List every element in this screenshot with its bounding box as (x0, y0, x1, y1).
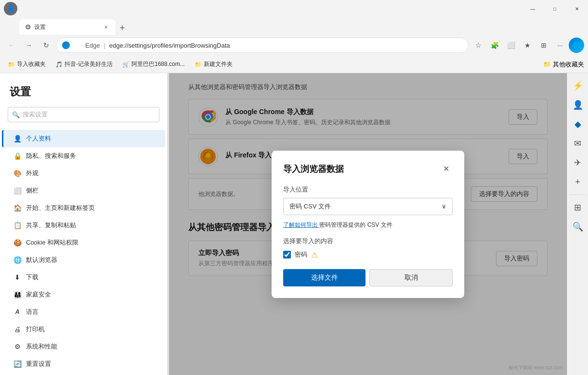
refresh-button[interactable]: ↻ (39, 38, 54, 53)
downloads-nav-icon: ⬇ (13, 273, 21, 281)
nav-item-sidebar[interactable]: ⬜ 侧栏 (2, 182, 165, 199)
address-input[interactable]: Edge | edge://settings/profiles/importBr… (56, 38, 469, 53)
nav-label-family: 家庭安全 (26, 290, 51, 299)
back-button[interactable]: ← (4, 38, 19, 53)
import-modal: 导入浏览器数据 ✕ 导入位置 密码 CSV 文件 ∨ 了解如何导出 密码管理器提… (272, 151, 464, 298)
toolbar-icons: ☆ 🧩 ⬜ ★ ⊞ ··· 🌐 (470, 38, 584, 53)
nav-label-language: 语言 (26, 308, 39, 316)
nav-label-default-browser: 默认浏览器 (26, 256, 57, 264)
nav-item-printer[interactable]: 🖨 打印机 (2, 321, 165, 338)
address-bar: ← → ↻ Edge | edge://settings/profiles/im… (0, 35, 588, 56)
password-checkbox-label: 密码 (295, 250, 307, 259)
modal-close-button[interactable]: ✕ (439, 162, 453, 176)
export-help-link: 了解如何导出 密码管理器提供的 CSV 文件 (283, 221, 453, 229)
nav-item-family[interactable]: 👨‍👩‍👧 家庭安全 (2, 286, 165, 303)
nav-item-mobile[interactable]: 📱 手机和其他设备 (2, 373, 165, 375)
bookmark-new-folder-label: 新建文件夹 (204, 60, 233, 68)
brand-label: Edge (85, 42, 100, 49)
forward-button[interactable]: → (21, 38, 37, 53)
nav-item-system[interactable]: ⚙ 系统和性能 (2, 338, 165, 355)
tab-label: 设置 (34, 23, 46, 31)
nav-item-default-browser[interactable]: 🌐 默认浏览器 (2, 251, 165, 269)
right-icon-collections[interactable]: ✈ (569, 154, 587, 171)
bookmark-import-label: 导入收藏夹 (17, 60, 46, 68)
tab-icon: ⚙ (25, 23, 31, 31)
sidebar-title: 设置 (0, 73, 167, 107)
minimize-button[interactable]: — (522, 0, 544, 17)
import-location-select[interactable]: 密码 CSV 文件 ∨ (283, 198, 453, 215)
bookmark-douyin[interactable]: 🎵 抖音-记录美好生活 (52, 58, 117, 71)
nav-label-appearance: 外观 (26, 169, 39, 178)
right-icon-user[interactable]: 👤 (569, 96, 587, 114)
select-value: 密码 CSV 文件 (289, 202, 331, 211)
title-bar: 👤 — □ ✕ (0, 0, 588, 17)
learn-export-link[interactable]: 了解如何导出 (283, 221, 319, 228)
bookmark-douyin-label: 抖音-记录美好生活 (65, 60, 113, 68)
language-nav-icon: A (13, 308, 21, 316)
window-controls: — □ ✕ (522, 0, 588, 17)
nav-item-cookies[interactable]: 🍪 Cookie 和网站权限 (2, 234, 165, 251)
modal-overlay[interactable]: 导入浏览器数据 ✕ 导入位置 密码 CSV 文件 ∨ 了解如何导出 密码管理器提… (169, 73, 567, 375)
more-button[interactable]: ··· (552, 38, 568, 53)
tab-close-button[interactable]: ✕ (102, 23, 110, 31)
star-button[interactable]: ☆ (470, 38, 486, 53)
nav-item-start[interactable]: 🏠 开始、主页和新建标签页 (2, 199, 165, 217)
settings-tab[interactable]: ⚙ 设置 ✕ (19, 19, 116, 35)
search-settings-box[interactable]: 🔍 搜索设置 (8, 107, 159, 122)
alibaba-icon: 🛒 (122, 61, 130, 68)
right-icon-search[interactable]: 🔍 (569, 218, 587, 235)
bookmarks-right[interactable]: 📁 其他收藏夹 (543, 60, 584, 69)
right-icon-add[interactable]: + (569, 173, 587, 191)
nav-item-downloads[interactable]: ⬇ 下载 (2, 269, 165, 286)
modal-title: 导入浏览器数据 (283, 163, 344, 175)
main-container: 设置 🔍 搜索设置 👤 个人资料 🔒 隐私、搜索和服务 🎨 外观 ⬜ 侧栏 🏠 … (0, 73, 588, 375)
url-display: edge://settings/profiles/importBrowsingD… (109, 42, 230, 49)
settings-sidebar: 设置 🔍 搜索设置 👤 个人资料 🔒 隐私、搜索和服务 🎨 外观 ⬜ 侧栏 🏠 … (0, 73, 168, 375)
douyin-icon: 🎵 (55, 61, 63, 68)
appearance-nav-icon: 🎨 (13, 169, 21, 177)
cancel-button[interactable]: 取消 (369, 269, 453, 286)
nav-item-reset[interactable]: 🔄 重置设置 (2, 355, 165, 373)
password-checkbox-row: 密码 ⚠ (283, 250, 453, 259)
nav-item-privacy[interactable]: 🔒 隐私、搜索和服务 (2, 147, 165, 165)
right-icon-lightning[interactable]: ⚡ (569, 77, 587, 94)
favorites-button[interactable]: ★ (520, 38, 535, 53)
nav-item-share[interactable]: 📋 共享、复制和粘贴 (2, 217, 165, 234)
close-button[interactable]: ✕ (566, 0, 588, 17)
csv-suffix: 密码管理器提供的 CSV 文件 (319, 221, 392, 228)
nav-item-profile[interactable]: 👤 个人资料 (2, 130, 165, 147)
nav-label-profile: 个人资料 (26, 134, 51, 143)
tabs-bar: ⚙ 设置 ✕ + (0, 17, 588, 35)
import-location-label: 导入位置 (283, 185, 453, 194)
profile-avatar[interactable]: 👤 (4, 2, 17, 15)
other-bookmarks-label: 其他收藏夹 (553, 60, 584, 69)
split-screen-button[interactable]: ⬜ (503, 38, 519, 53)
search-placeholder: 搜索设置 (23, 110, 48, 119)
nav-label-privacy: 隐私、搜索和服务 (26, 152, 76, 160)
select-file-button[interactable]: 选择文件 (283, 269, 366, 286)
nav-label-sidebar: 侧栏 (26, 186, 39, 195)
printer-nav-icon: 🖨 (13, 325, 21, 333)
maximize-button[interactable]: □ (544, 0, 566, 17)
import-bookmark-icon: 📁 (8, 61, 15, 68)
start-nav-icon: 🏠 (13, 204, 21, 212)
right-icon-grid[interactable]: ⊞ (569, 199, 587, 216)
collections-button[interactable]: ⊞ (536, 38, 551, 53)
reset-nav-icon: 🔄 (13, 360, 21, 368)
bookmark-new-folder[interactable]: 📁 新建文件夹 (191, 58, 236, 71)
right-icon-copilot[interactable]: ◆ (569, 116, 587, 133)
bookmark-alibaba[interactable]: 🛒 阿里巴巴1688.com... (118, 58, 189, 71)
nav-item-language[interactable]: A 语言 (2, 303, 165, 321)
nav-label-cookies: Cookie 和网站权限 (26, 238, 78, 247)
share-nav-icon: 📋 (13, 221, 21, 229)
right-icon-mail[interactable]: ✉ (569, 135, 587, 152)
new-tab-button[interactable]: + (116, 21, 129, 35)
extensions-button[interactable]: 🧩 (487, 38, 502, 53)
nav-label-downloads: 下载 (26, 273, 39, 282)
edge-profile-button[interactable]: 🌐 (569, 38, 584, 53)
bookmark-import-favorites[interactable]: 📁 导入收藏夹 (4, 58, 50, 71)
modal-actions: 选择文件 取消 (283, 269, 453, 286)
password-checkbox[interactable] (283, 251, 291, 259)
nav-item-appearance[interactable]: 🎨 外观 (2, 165, 165, 182)
cookies-nav-icon: 🍪 (13, 239, 21, 246)
